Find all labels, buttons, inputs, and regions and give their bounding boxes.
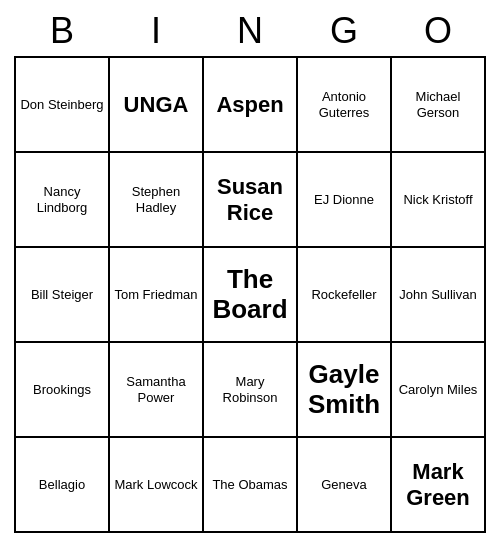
cell-18: Gayle Smith bbox=[298, 343, 392, 438]
cell-0: Don Steinberg bbox=[16, 58, 110, 153]
cell-12: The Board bbox=[204, 248, 298, 343]
cell-10: Bill Steiger bbox=[16, 248, 110, 343]
cell-11: Tom Friedman bbox=[110, 248, 204, 343]
bingo-title-row: B I N G O bbox=[15, 10, 485, 52]
letter-b: B bbox=[15, 10, 109, 52]
cell-4: Michael Gerson bbox=[392, 58, 486, 153]
cell-8: EJ Dionne bbox=[298, 153, 392, 248]
cell-6: Stephen Hadley bbox=[110, 153, 204, 248]
cell-23: Geneva bbox=[298, 438, 392, 533]
cell-9: Nick Kristoff bbox=[392, 153, 486, 248]
letter-o: O bbox=[391, 10, 485, 52]
cell-16: Samantha Power bbox=[110, 343, 204, 438]
cell-13: Rockefeller bbox=[298, 248, 392, 343]
cell-17: Mary Robinson bbox=[204, 343, 298, 438]
cell-2: Aspen bbox=[204, 58, 298, 153]
cell-1: UNGA bbox=[110, 58, 204, 153]
cell-24: Mark Green bbox=[392, 438, 486, 533]
cell-19: Carolyn Miles bbox=[392, 343, 486, 438]
cell-20: Bellagio bbox=[16, 438, 110, 533]
letter-i: I bbox=[109, 10, 203, 52]
bingo-grid: Don Steinberg UNGA Aspen Antonio Guterre… bbox=[14, 56, 486, 533]
letter-g: G bbox=[297, 10, 391, 52]
cell-14: John Sullivan bbox=[392, 248, 486, 343]
cell-21: Mark Lowcock bbox=[110, 438, 204, 533]
cell-3: Antonio Guterres bbox=[298, 58, 392, 153]
letter-n: N bbox=[203, 10, 297, 52]
cell-15: Brookings bbox=[16, 343, 110, 438]
cell-7: Susan Rice bbox=[204, 153, 298, 248]
cell-5: Nancy Lindborg bbox=[16, 153, 110, 248]
cell-22: The Obamas bbox=[204, 438, 298, 533]
